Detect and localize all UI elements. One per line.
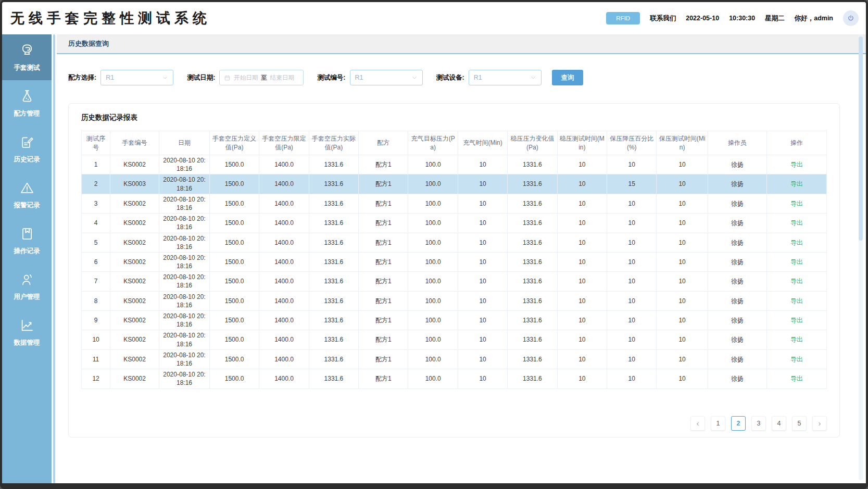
table-cell: 10: [607, 214, 657, 233]
table-cell: 1331.6: [309, 291, 358, 310]
chevron-right-icon[interactable]: ›: [812, 416, 827, 431]
table-row[interactable]: 11KS00022020-08-10 20:18:161500.01400.01…: [82, 349, 827, 369]
table-cell: 10: [557, 252, 607, 271]
table-cell: KS0002: [110, 311, 159, 330]
export-link[interactable]: 导出: [790, 258, 803, 266]
table-cell: KS0003: [110, 174, 159, 194]
main-scrollbar[interactable]: [859, 36, 863, 480]
table-row[interactable]: 2KS00032020-08-10 20:18:161500.01400.013…: [82, 174, 827, 194]
table-cell: 1500.0: [209, 214, 259, 233]
table-row[interactable]: 1KS00022020-08-10 20:18:161500.01400.013…: [82, 155, 827, 174]
export-link[interactable]: 导出: [790, 278, 803, 285]
sidebar-item-4[interactable]: 报警记录: [2, 172, 52, 218]
recipe-select[interactable]: R1: [100, 70, 173, 85]
table-cell: 10: [557, 194, 607, 213]
table-cell: 1400.0: [259, 311, 309, 330]
table-cell: 100.0: [408, 369, 458, 388]
table-cell-action: 导出: [767, 155, 827, 174]
column-header: 充气目标压力(Pa): [408, 131, 458, 155]
sidebar-item-2[interactable]: 配方管理: [2, 80, 52, 126]
chevron-left-icon[interactable]: ‹: [690, 416, 705, 431]
table-cell: 配方1: [359, 252, 408, 271]
sidebar-item-label: 配方管理: [14, 109, 40, 118]
sidebar-item-6[interactable]: 用户管理: [2, 264, 52, 309]
table-cell: 100.0: [408, 174, 458, 194]
table-cell: 1400.0: [259, 291, 309, 310]
table-cell: 10: [657, 155, 708, 174]
table-cell: 10: [557, 369, 607, 388]
weekday-label: 星期二: [765, 14, 785, 23]
table-cell: 10: [458, 311, 507, 330]
table-row[interactable]: 4KS00022020-08-10 20:18:161500.01400.013…: [82, 214, 827, 233]
rfid-button[interactable]: RFID: [606, 12, 640, 24]
table-row[interactable]: 9KS00022020-08-10 20:18:161500.01400.013…: [82, 311, 827, 330]
table-row[interactable]: 8KS00022020-08-10 20:18:161500.01400.013…: [82, 291, 827, 310]
export-link[interactable]: 导出: [790, 336, 803, 343]
sidebar-scrollbar[interactable]: [52, 34, 57, 483]
export-link[interactable]: 导出: [790, 219, 803, 227]
device-select[interactable]: R1: [469, 70, 542, 85]
page-button-1[interactable]: 1: [711, 416, 725, 431]
table-cell: 100.0: [408, 155, 458, 174]
report-card: 历史数据记录报表 测试序号手套编号日期手套空压力定义值(Pa)手套空压力限定值(…: [68, 103, 840, 437]
table-row[interactable]: 3KS00022020-08-10 20:18:161500.01400.013…: [82, 194, 827, 213]
table-row[interactable]: 12KS00022020-08-10 20:18:161500.01400.01…: [82, 369, 827, 388]
table-cell: 1331.6: [309, 174, 358, 194]
export-link[interactable]: 导出: [790, 180, 803, 187]
export-link[interactable]: 导出: [790, 200, 803, 207]
sidebar-item-7[interactable]: 数据管理: [2, 309, 52, 355]
sidebar-item-5[interactable]: 操作记录: [2, 218, 52, 264]
table-cell: 10: [607, 349, 657, 369]
test-date-range-picker[interactable]: 开始日期 至 结束日期: [219, 70, 304, 85]
table-header-row: 测试序号手套编号日期手套空压力定义值(Pa)手套空压力限定值(Pa)手套空压力实…: [82, 131, 827, 155]
table-cell: 10: [557, 174, 607, 194]
contact-us-link[interactable]: 联系我们: [650, 14, 676, 23]
table-row[interactable]: 10KS00022020-08-10 20:18:161500.01400.01…: [82, 330, 827, 349]
export-link[interactable]: 导出: [790, 239, 803, 246]
page-button-3[interactable]: 3: [751, 416, 766, 431]
table-cell-action: 导出: [767, 174, 827, 194]
table-cell: 10: [557, 349, 607, 369]
table-row[interactable]: 6KS00022020-08-10 20:18:161500.01400.013…: [82, 252, 827, 271]
test-no-select[interactable]: R1: [350, 70, 423, 85]
table-cell: 6: [82, 252, 110, 271]
power-icon[interactable]: [843, 10, 859, 26]
table-cell: KS0002: [110, 330, 159, 349]
table-cell: 1331.6: [508, 330, 557, 349]
page-button-2[interactable]: 2: [731, 416, 746, 431]
table-cell: 100.0: [408, 311, 458, 330]
table-cell: 10: [657, 174, 708, 194]
table-cell: 徐扬: [708, 311, 766, 330]
table-cell: 1400.0: [259, 155, 309, 174]
export-link[interactable]: 导出: [790, 356, 803, 363]
filter-bar: 配方选择: R1 测试日期: 开始日期 至 结束日期 测试编号: R1: [57, 54, 866, 85]
column-header: 操作: [767, 131, 827, 155]
table-cell: 1331.6: [508, 233, 557, 252]
table-cell: KS0002: [110, 155, 159, 174]
end-date-placeholder: 结束日期: [270, 74, 294, 82]
table-row[interactable]: 5KS00022020-08-10 20:18:161500.01400.013…: [82, 233, 827, 252]
glove-icon: [19, 43, 35, 60]
table-cell: 10: [458, 252, 507, 271]
export-link[interactable]: 导出: [790, 297, 803, 305]
export-link[interactable]: 导出: [790, 375, 803, 382]
export-link[interactable]: 导出: [790, 317, 803, 324]
table-row[interactable]: 7KS00022020-08-10 20:18:161500.01400.013…: [82, 272, 827, 291]
table-cell: 1331.6: [309, 311, 358, 330]
table-cell: 10: [557, 233, 607, 252]
history-data-table: 测试序号手套编号日期手套空压力定义值(Pa)手套空压力限定值(Pa)手套空压力实…: [81, 131, 827, 389]
table-cell: 配方1: [359, 233, 408, 252]
table-cell: 2020-08-10 20:18:16: [159, 174, 210, 194]
table-cell: 徐扬: [708, 369, 766, 388]
page-button-5[interactable]: 5: [792, 416, 807, 431]
sidebar-item-label: 报警记录: [14, 201, 40, 210]
table-cell: 2020-08-10 20:18:16: [159, 330, 210, 349]
test-date-label: 测试日期:: [187, 73, 215, 82]
sidebar-item-3[interactable]: 历史记录: [2, 126, 52, 172]
sidebar-item-1[interactable]: 手套测试: [2, 34, 52, 80]
export-link[interactable]: 导出: [790, 161, 803, 168]
query-button[interactable]: 查询: [552, 70, 583, 85]
page-button-4[interactable]: 4: [772, 416, 786, 431]
app-window: 无线手套完整性测试系统 RFID 联系我们 2022-05-10 10:30:3…: [0, 0, 868, 489]
table-cell: 2020-08-10 20:18:16: [159, 214, 210, 233]
